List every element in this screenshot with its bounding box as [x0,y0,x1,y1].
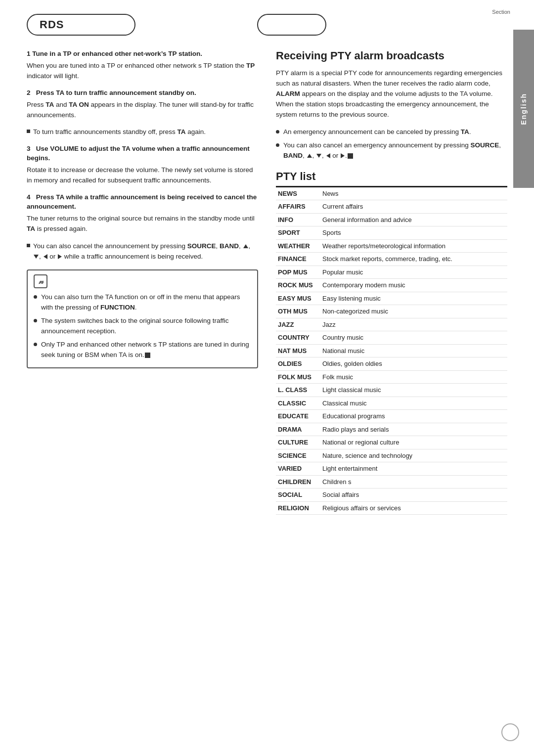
left-column: 1 Tune in a TP or enhanced other net-wor… [27,49,258,515]
pty-table-row: OLDIESOldies, golden oldies [276,357,507,371]
pty-table-row: EASY MUSEasy listening music [276,292,507,305]
pty-table-row: COUNTRYCountry music [276,331,507,345]
pty-code: CULTURE [276,436,320,449]
step3-body: Rotate it to increase or decrease the vo… [27,165,258,186]
pty-table-row: CHILDRENChildren s [276,475,507,489]
pty-tri-left-icon [326,153,330,158]
step2: 2 Press TA to turn traffic announcement … [27,89,258,138]
pty-description: Current affairs [320,200,507,214]
pty-alarm-heading: Receiving PTY alarm broadcasts [276,49,507,62]
pty-table-row: L. CLASSLight classical music [276,384,507,397]
pty-alarm-bullet-icon1 [276,130,279,133]
pty-table-row: RELIGIONReligious affairs or services [276,501,507,515]
pty-code: DRAMA [276,423,320,436]
pty-table-row: CLASSICClassical music [276,397,507,410]
pty-description: Children s [320,475,507,489]
pty-tri-right-icon [341,153,345,158]
pty-code: COUNTRY [276,331,320,345]
pty-description: Radio plays and serials [320,423,507,436]
pty-code: POP MUS [276,266,320,279]
note-bullet2: The system switches back to the original… [34,316,251,337]
pty-table-row: WEATHERWeather reports/meteorological in… [276,239,507,253]
bullet-circle-icon3 [34,343,37,346]
pty-code: SOCIAL [276,489,320,502]
pty-code: JAZZ [276,318,320,331]
pty-description: Light classical music [320,384,507,397]
pty-code: OTH MUS [276,305,320,318]
step2-body: Press TA and TA ON appears in the displa… [27,100,258,121]
step1-body: When you are tuned into a TP or enhanced… [27,61,258,82]
pty-description: News [320,187,507,200]
pty-table-row: SCIENCENature, science and technology [276,449,507,462]
pty-description: Non-categorized music [320,305,507,318]
section-label: Section [492,9,510,15]
bullet-circle-icon1 [34,295,37,299]
pty-description: Social affairs [320,489,507,502]
pty-description: Jazz [320,318,507,331]
pty-description: Contemporary modern music [320,279,507,292]
pty-table-row: ROCK MUSContemporary modern music [276,279,507,292]
step4-body1: The tuner returns to the original source… [27,214,258,234]
pty-code: OLDIES [276,357,320,371]
pty-tri-up-icon [307,154,312,158]
pty-alarm-bullet1: An emergency announcement can be cancele… [276,127,507,137]
pty-description: Educational programs [320,410,507,423]
step3-heading: 3 Use VOLUME to adjust the TA volume whe… [27,144,258,163]
pty-code: EASY MUS [276,292,320,305]
pty-description: Classical music [320,397,507,410]
step4: 4 Press TA while a traffic announcement … [27,193,258,262]
pty-code: CLASSIC [276,397,320,410]
pty-description: Easy listening music [320,292,507,305]
pty-alarm-bullet-icon2 [276,143,279,147]
right-column: Receiving PTY alarm broadcasts PTY alarm… [276,49,507,515]
pty-code: SPORT [276,226,320,240]
pty-table-row: INFOGeneral information and advice [276,213,507,226]
pty-description: General information and advice [320,213,507,226]
step1: 1 Tune in a TP or enhanced other net-wor… [27,49,258,82]
note-bullet3: Only TP and enhanced other network s TP … [34,340,251,360]
pty-code: NAT MUS [276,344,320,357]
pty-table-row: JAZZJazz [276,318,507,331]
pty-table-row: SPORTSports [276,226,507,240]
pty-table-row: CULTURENational or regional culture [276,436,507,449]
pty-description: Sports [320,226,507,240]
pty-description: Weather reports/meteorological informati… [320,239,507,253]
pty-stop-sq-icon [348,153,353,159]
tri-down-icon [34,255,39,259]
tri-up-icon [243,244,248,248]
pty-code: INFO [276,213,320,226]
step4-bullet1: You can also cancel the announcement by … [27,241,258,262]
pty-list-heading: PTY list [276,170,507,187]
step2-bullet1: To turn traffic announcements standby of… [27,127,258,137]
note-icon: 𝓃 [34,274,47,288]
pty-code: VARIED [276,462,320,476]
tri-left-icon [44,254,47,259]
pty-description: Folk music [320,370,507,384]
step4-heading: 4 Press TA while a traffic announcement … [27,193,258,212]
note-bullet1: You can also turn the TA function on or … [34,292,251,313]
bullet-square-icon [27,130,30,133]
pty-code: EDUCATE [276,410,320,423]
pty-table-row: AFFAIRSCurrent affairs [276,200,507,214]
stop-sq-icon [145,353,150,358]
pty-code: FOLK MUS [276,370,320,384]
rds-label: RDS [40,18,64,31]
section-number-pill [257,14,326,36]
note-box: 𝓃 You can also turn the TA function on o… [27,269,258,368]
pty-code: L. CLASS [276,384,320,397]
pty-table-row: DRAMARadio plays and serials [276,423,507,436]
pty-description: National music [320,344,507,357]
pty-description: Light entertainment [320,462,507,476]
step2-heading: 2 Press TA to turn traffic announcement … [27,89,258,98]
pty-code: WEATHER [276,239,320,253]
pty-description: Nature, science and technology [320,449,507,462]
page-container: Section English RDS 1 Tune in a TP or en… [0,0,534,756]
pty-table-row: NAT MUSNational music [276,344,507,357]
pty-table-row: OTH MUSNon-categorized music [276,305,507,318]
pty-code: CHILDREN [276,475,320,489]
pty-description: Oldies, golden oldies [320,357,507,371]
pty-code: NEWS [276,187,320,200]
pty-alarm-body: PTY alarm is a special PTY code for anno… [276,68,507,120]
pty-tri-down-icon [316,154,321,158]
sidebar-language-label: English [520,93,528,125]
